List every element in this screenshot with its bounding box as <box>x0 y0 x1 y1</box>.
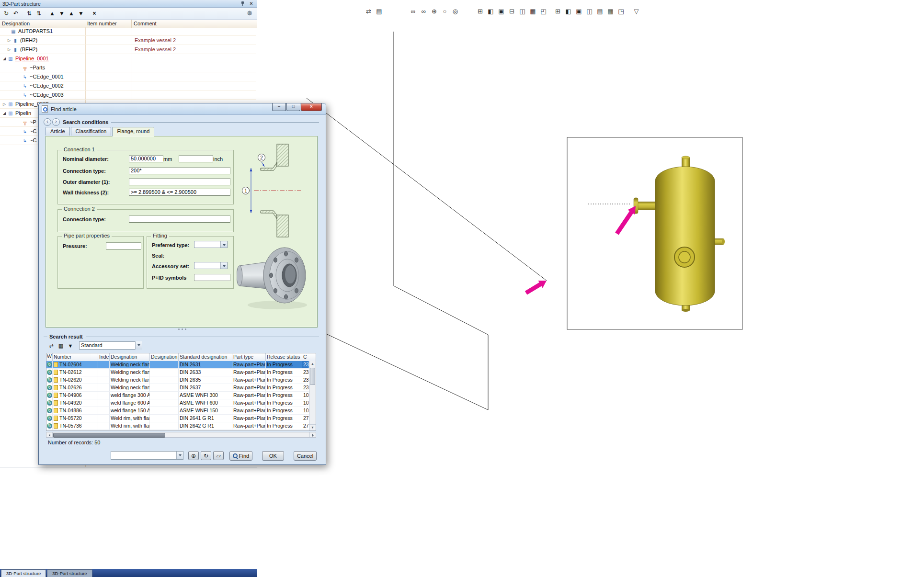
corner-tool-icon[interactable]: ◳ <box>616 7 626 16</box>
col-designation-2[interactable]: Designation <box>150 353 179 361</box>
bottom-tab-part-structure-1[interactable]: 3D-Part structure <box>1 569 46 577</box>
tab-flange-round[interactable]: Flange, round <box>112 127 154 136</box>
result-row[interactable]: ↻ TN-02620 Welding neck flang DIN 2635 R… <box>46 376 309 384</box>
expand-level-icon[interactable]: ▲ <box>67 9 76 18</box>
tree-row[interactable]: ▷ ▮ (BEH2) Example vessel 2 <box>0 36 256 45</box>
wall-thickness-input[interactable]: >= 2.899500 & <= 2.900500 <box>129 189 230 196</box>
filter-funnel-icon[interactable]: ▽ <box>632 7 641 16</box>
inspect-icon[interactable]: ○ <box>440 7 449 16</box>
valve-tool-icon[interactable]: ▤ <box>595 7 605 16</box>
pipe-link-icon[interactable]: ∞ <box>409 7 418 16</box>
result-row[interactable]: ↻ TN-02604 Welding neck flang DIN 2631 R… <box>46 361 309 369</box>
connection-type-2-input[interactable] <box>129 215 230 223</box>
move-down-icon[interactable]: ⇅ <box>34 9 43 18</box>
col-index[interactable]: Index <box>98 353 110 361</box>
undo-icon[interactable]: ↶ <box>11 9 20 18</box>
cancel-button[interactable]: Cancel <box>294 451 317 461</box>
find-button[interactable]: Find <box>229 451 252 461</box>
minimize-button[interactable]: – <box>272 103 286 111</box>
tree-expander-icon[interactable]: ▷ <box>6 38 12 43</box>
collapse-all-icon[interactable]: ▼ <box>57 9 66 18</box>
scrollbar-thumb[interactable] <box>310 368 315 385</box>
close-button[interactable]: × <box>301 103 322 111</box>
collapse-level-icon[interactable]: ▼ <box>77 9 85 18</box>
expand-all-icon[interactable]: ▲ <box>48 9 57 18</box>
result-row[interactable]: ↻ TN-04906 weld flange 300 ASM ASME WNFI… <box>46 392 309 399</box>
col-c[interactable]: C <box>302 353 308 361</box>
col-part-type[interactable]: Part type <box>232 353 266 361</box>
swap-component-icon[interactable]: ◫ <box>518 7 527 16</box>
tree-expander-icon[interactable]: ▷ <box>6 47 12 52</box>
col-designation[interactable]: Designation <box>110 353 150 361</box>
catalog-filter-icon[interactable]: ▼ <box>67 342 74 350</box>
clipboard-icon[interactable]: ▤ <box>375 7 384 16</box>
pipe-unlink-icon[interactable]: ∞ <box>419 7 428 16</box>
tree-expander-icon[interactable]: ▷ <box>1 102 7 106</box>
refresh-results-icon[interactable]: ⇄ <box>47 342 55 350</box>
maximize-button[interactable]: □ <box>286 103 300 111</box>
cad-viewport[interactable] <box>257 0 924 577</box>
scroll-down-icon[interactable]: ▼ <box>309 424 316 430</box>
tree-row[interactable]: ▷ ▮ (BEH2) Example vessel 2 <box>0 45 256 54</box>
tree-row[interactable]: ↳ ~CEdge_0003 <box>0 91 256 100</box>
pin-icon[interactable] <box>240 1 245 6</box>
horizontal-scrollbar[interactable] <box>46 432 316 438</box>
nav-forward-icon[interactable]: › <box>52 118 60 126</box>
result-row[interactable]: ↻ TN-05736 Weld rim, with flan DIN 2642 … <box>46 422 309 430</box>
pressure-input[interactable] <box>106 242 141 249</box>
result-row[interactable]: ↻ TN-04920 weld flange 600 ASM ASME WNFI… <box>46 399 309 407</box>
insert-component-icon[interactable]: ⊞ <box>476 7 485 16</box>
col-standard-designation[interactable]: Standard designation <box>179 353 232 361</box>
scroll-right-icon[interactable] <box>309 432 316 437</box>
tree-expander-icon[interactable]: ◢ <box>1 111 7 115</box>
result-row[interactable]: ↻ TN-02612 Welding neck flang DIN 2633 R… <box>46 369 309 376</box>
tree-row[interactable]: ◢ ▥ Pipeline_0001 <box>0 54 256 63</box>
tab-article[interactable]: Article <box>46 127 70 136</box>
copy-component-icon[interactable]: ◧ <box>486 7 495 16</box>
move-up-icon[interactable]: ⇅ <box>25 9 34 18</box>
scroll-up-icon[interactable]: ▲ <box>309 361 316 367</box>
remove-filter-icon[interactable]: × <box>90 9 99 18</box>
tree-row[interactable]: ▦ AUTOPARTS1 <box>0 27 256 36</box>
result-row[interactable]: ↻ TN-05720 Weld rim, with flan DIN 2641 … <box>46 415 309 422</box>
tree-expander-icon[interactable]: ◢ <box>1 57 7 61</box>
nav-back-icon[interactable]: ‹ <box>44 118 51 126</box>
table-view-icon[interactable]: ▦ <box>57 342 65 350</box>
col-w[interactable]: W <box>46 353 53 361</box>
splitter-handle[interactable] <box>39 328 326 330</box>
catalog-select[interactable]: Standard <box>79 341 142 350</box>
tree-row[interactable]: ╦ ~Parts <box>0 63 256 72</box>
search-plus-icon[interactable]: ⊕ <box>188 451 199 460</box>
search-connection-icon[interactable]: ⊕ <box>430 7 439 16</box>
bottom-tab-part-structure-2[interactable]: 3D-Part structure <box>47 569 92 577</box>
connection-type-input[interactable]: 200* <box>129 167 230 174</box>
tab-classification[interactable]: Classification <box>71 127 112 136</box>
frame-corner-icon[interactable]: ◰ <box>539 7 548 16</box>
dialog-titlebar[interactable]: Find article – □ × <box>39 103 326 115</box>
target-icon[interactable]: ◎ <box>451 7 460 16</box>
settings-gear-icon[interactable]: ☸ <box>245 9 254 18</box>
gasket-tool-icon[interactable]: ◧ <box>564 7 573 16</box>
scroll-left-icon[interactable] <box>46 432 53 437</box>
saved-search-select[interactable] <box>111 451 183 460</box>
tree-row[interactable]: ↳ ~CEdge_0001 <box>0 72 256 81</box>
accessory-set-select[interactable] <box>194 262 228 269</box>
swap-direction-icon[interactable]: ⇄ <box>364 7 373 16</box>
flange-tool-icon[interactable]: ⊞ <box>553 7 562 16</box>
result-row[interactable]: ↻ TN-04886 weld flange 150 ASM ASME WNFI… <box>46 407 309 415</box>
close-icon[interactable]: × <box>248 1 254 7</box>
tree-row[interactable]: ↳ ~CEdge_0002 <box>0 81 256 91</box>
component-grid-icon[interactable]: ▦ <box>528 7 537 16</box>
pid-symbols-input[interactable] <box>194 274 230 281</box>
clear-icon[interactable]: ▱ <box>213 451 224 460</box>
pipe-grid-icon[interactable]: ▦ <box>606 7 615 16</box>
vertical-scrollbar[interactable]: ▲ ▼ <box>309 361 316 430</box>
hscrollbar-thumb[interactable] <box>53 433 165 438</box>
col-number[interactable]: Number <box>53 353 98 361</box>
refresh-structure-icon[interactable]: ↻ <box>2 9 11 18</box>
component-box-icon[interactable]: ▣ <box>497 7 506 16</box>
bolt-tool-icon[interactable]: ▣ <box>574 7 583 16</box>
refresh-icon[interactable]: ↻ <box>201 451 211 460</box>
ok-button[interactable]: OK <box>262 451 284 461</box>
nominal-diameter-inch-input[interactable] <box>179 155 213 162</box>
